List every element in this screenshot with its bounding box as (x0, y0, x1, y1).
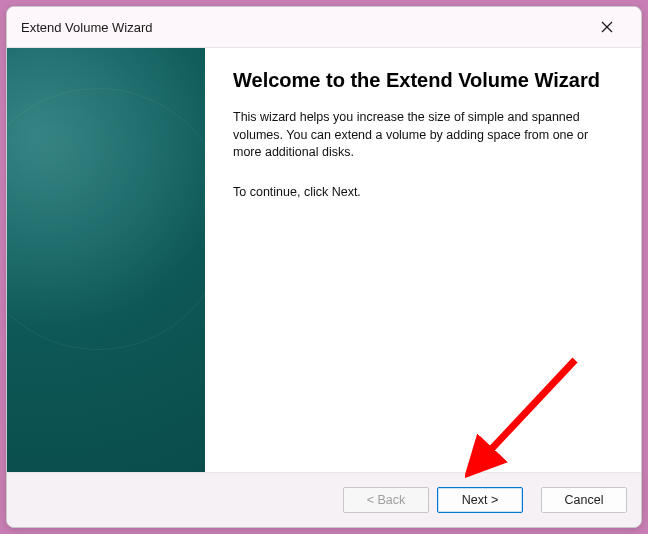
next-button[interactable]: Next > (437, 487, 523, 513)
wizard-description: This wizard helps you increase the size … (233, 109, 593, 162)
wizard-main-panel: Welcome to the Extend Volume Wizard This… (205, 48, 641, 472)
titlebar: Extend Volume Wizard (7, 7, 641, 47)
wizard-side-graphic (7, 48, 205, 472)
close-icon (601, 21, 613, 33)
cancel-button[interactable]: Cancel (541, 487, 627, 513)
window-title: Extend Volume Wizard (21, 20, 587, 35)
wizard-footer: < Back Next > Cancel (7, 473, 641, 527)
close-button[interactable] (587, 12, 627, 42)
wizard-window: Extend Volume Wizard Welcome to the Exte… (6, 6, 642, 528)
wizard-continue-hint: To continue, click Next. (233, 184, 593, 202)
back-button: < Back (343, 487, 429, 513)
wizard-heading: Welcome to the Extend Volume Wizard (233, 68, 613, 93)
content-area: Welcome to the Extend Volume Wizard This… (7, 47, 641, 473)
